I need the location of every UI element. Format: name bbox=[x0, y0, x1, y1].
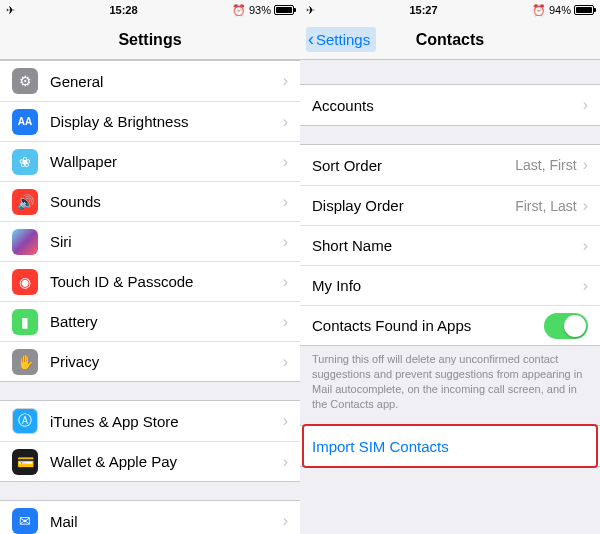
row-display[interactable]: AADisplay & Brightness› bbox=[0, 101, 300, 141]
chevron-right-icon: › bbox=[283, 273, 288, 291]
row-wallet[interactable]: 💳Wallet & Apple Pay› bbox=[0, 441, 300, 481]
row-shortname[interactable]: Short Name› bbox=[300, 225, 600, 265]
back-button[interactable]: ‹ Settings bbox=[306, 27, 376, 52]
chevron-right-icon: › bbox=[283, 193, 288, 211]
sounds-icon: 🔊 bbox=[12, 189, 38, 215]
chevron-right-icon: › bbox=[283, 453, 288, 471]
airplane-icon: ✈ bbox=[306, 4, 315, 17]
status-bar: ✈ 15:28 ⏰ 93% bbox=[0, 0, 300, 20]
status-bar: ✈ 15:27 ⏰ 94% bbox=[300, 0, 600, 20]
mail-icon: ✉ bbox=[12, 508, 38, 534]
siri-icon bbox=[12, 229, 38, 255]
contacts-group-import: Import SIM Contacts bbox=[300, 425, 600, 467]
airplane-icon: ✈ bbox=[6, 4, 15, 17]
row-label: Contacts Found in Apps bbox=[312, 317, 544, 334]
chevron-right-icon: › bbox=[283, 113, 288, 131]
status-time: 15:28 bbox=[109, 4, 137, 16]
row-siri[interactable]: Siri› bbox=[0, 221, 300, 261]
settings-group-1: ⚙General›AADisplay & Brightness›❀Wallpap… bbox=[0, 60, 300, 382]
row-battery[interactable]: ▮Battery› bbox=[0, 301, 300, 341]
row-label: General bbox=[50, 73, 283, 90]
nav-bar: ‹ Settings Contacts bbox=[300, 20, 600, 60]
chevron-right-icon: › bbox=[283, 233, 288, 251]
row-sortorder[interactable]: Sort OrderLast, First› bbox=[300, 145, 600, 185]
chevron-right-icon: › bbox=[583, 156, 588, 174]
chevron-right-icon: › bbox=[583, 96, 588, 114]
battery-icon bbox=[574, 5, 594, 15]
row-label: iTunes & App Store bbox=[50, 413, 283, 430]
chevron-left-icon: ‹ bbox=[308, 29, 314, 50]
battery-pct: 93% bbox=[249, 4, 271, 16]
settings-group-2: ⒶiTunes & App Store›💳Wallet & Apple Pay› bbox=[0, 400, 300, 482]
general-icon: ⚙ bbox=[12, 68, 38, 94]
battery-pct: 94% bbox=[549, 4, 571, 16]
row-foundinapps[interactable]: Contacts Found in Apps bbox=[300, 305, 600, 345]
chevron-right-icon: › bbox=[283, 353, 288, 371]
row-label: Touch ID & Passcode bbox=[50, 273, 283, 290]
contacts-group-accounts: Accounts› bbox=[300, 84, 600, 126]
alarm-icon: ⏰ bbox=[532, 4, 546, 17]
chevron-right-icon: › bbox=[283, 153, 288, 171]
row-label: My Info bbox=[312, 277, 583, 294]
contacts-group-prefs: Sort OrderLast, First›Display OrderFirst… bbox=[300, 144, 600, 346]
row-label: Wallpaper bbox=[50, 153, 283, 170]
chevron-right-icon: › bbox=[583, 197, 588, 215]
row-general[interactable]: ⚙General› bbox=[0, 61, 300, 101]
touchid-icon: ◉ bbox=[12, 269, 38, 295]
back-label: Settings bbox=[316, 31, 370, 48]
row-myinfo[interactable]: My Info› bbox=[300, 265, 600, 305]
battery-icon bbox=[274, 5, 294, 15]
settings-list[interactable]: ⚙General›AADisplay & Brightness›❀Wallpap… bbox=[0, 60, 300, 534]
row-label: Accounts bbox=[312, 97, 583, 114]
chevron-right-icon: › bbox=[583, 237, 588, 255]
row-sounds[interactable]: 🔊Sounds› bbox=[0, 181, 300, 221]
row-displayorder[interactable]: Display OrderFirst, Last› bbox=[300, 185, 600, 225]
chevron-right-icon: › bbox=[283, 313, 288, 331]
row-label: Privacy bbox=[50, 353, 283, 370]
row-mail[interactable]: ✉Mail› bbox=[0, 501, 300, 534]
nav-bar: Settings bbox=[0, 20, 300, 60]
row-label: Sort Order bbox=[312, 157, 515, 174]
row-label: Display & Brightness bbox=[50, 113, 283, 130]
contacts-list[interactable]: Accounts› Sort OrderLast, First›Display … bbox=[300, 60, 600, 534]
row-label: Sounds bbox=[50, 193, 283, 210]
row-label: Siri bbox=[50, 233, 283, 250]
row-importsim[interactable]: Import SIM Contacts bbox=[300, 426, 600, 466]
row-detail: Last, First bbox=[515, 157, 576, 173]
chevron-right-icon: › bbox=[283, 72, 288, 90]
chevron-right-icon: › bbox=[283, 512, 288, 530]
settings-group-3: ✉Mail›👤Contacts›●Calendar› bbox=[0, 500, 300, 534]
row-touchid[interactable]: ◉Touch ID & Passcode› bbox=[0, 261, 300, 301]
chevron-right-icon: › bbox=[583, 277, 588, 295]
right-phone: ✈ 15:27 ⏰ 94% ‹ Settings Contacts Accoun… bbox=[300, 0, 600, 534]
row-label: Mail bbox=[50, 513, 283, 530]
row-label: Battery bbox=[50, 313, 283, 330]
alarm-icon: ⏰ bbox=[232, 4, 246, 17]
row-label: Wallet & Apple Pay bbox=[50, 453, 283, 470]
row-accounts[interactable]: Accounts› bbox=[300, 85, 600, 125]
status-time: 15:27 bbox=[409, 4, 437, 16]
itunes-icon: Ⓐ bbox=[12, 408, 38, 434]
row-label: Short Name bbox=[312, 237, 583, 254]
wallet-icon: 💳 bbox=[12, 449, 38, 475]
battery-icon: ▮ bbox=[12, 309, 38, 335]
toggle-switch[interactable] bbox=[544, 313, 588, 339]
nav-title: Contacts bbox=[416, 31, 484, 49]
row-privacy[interactable]: ✋Privacy› bbox=[0, 341, 300, 381]
footer-note: Turning this off will delete any unconfi… bbox=[300, 346, 600, 419]
wallpaper-icon: ❀ bbox=[12, 149, 38, 175]
row-wallpaper[interactable]: ❀Wallpaper› bbox=[0, 141, 300, 181]
display-icon: AA bbox=[12, 109, 38, 135]
nav-title: Settings bbox=[118, 31, 181, 49]
row-label: Import SIM Contacts bbox=[312, 438, 588, 455]
chevron-right-icon: › bbox=[283, 412, 288, 430]
row-detail: First, Last bbox=[515, 198, 576, 214]
row-label: Display Order bbox=[312, 197, 515, 214]
row-itunes[interactable]: ⒶiTunes & App Store› bbox=[0, 401, 300, 441]
privacy-icon: ✋ bbox=[12, 349, 38, 375]
left-phone: ✈ 15:28 ⏰ 93% Settings ⚙General›AADispla… bbox=[0, 0, 300, 534]
